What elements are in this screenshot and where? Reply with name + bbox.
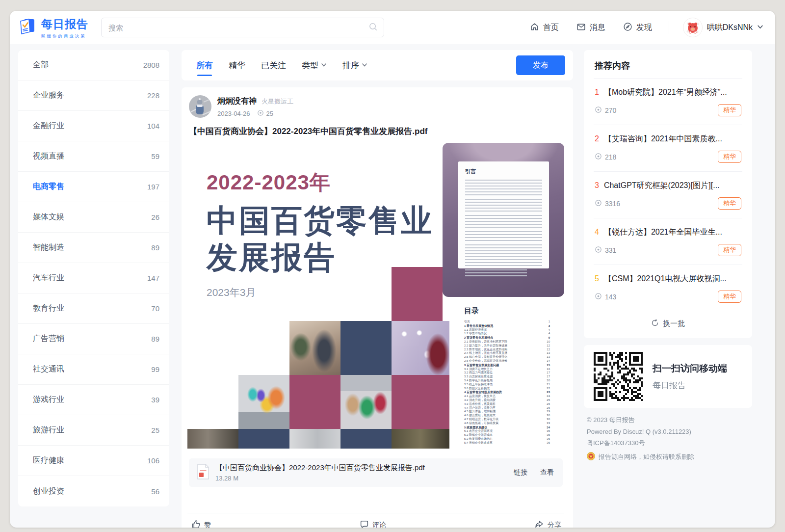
toc-entry-page: 14 — [542, 359, 550, 363]
sidebar-item-媒体文娱[interactable]: 媒体文娱26 — [18, 202, 169, 233]
toc-entry-title: 4.6 整合重组，规模做大 — [464, 414, 496, 418]
views-icon — [595, 153, 602, 161]
recommend-item: 2【艾瑞咨询】2021年中国素质教...218精华 — [594, 125, 742, 172]
post-divider — [187, 513, 564, 513]
nav-home[interactable]: 首页 — [530, 22, 559, 33]
sidebar-item-智能制造[interactable]: 智能制造89 — [18, 233, 169, 263]
attachment-name[interactable]: 【中国百货商业协会】2022-2023年中国百货零售业发展报告.pdf — [215, 463, 425, 473]
toc-entry-page: 36 — [542, 437, 550, 441]
qr-caption: 扫一扫访问移动端 — [653, 362, 727, 375]
attachment-link-button[interactable]: 链接 — [514, 468, 527, 477]
attachment-row[interactable]: 【中国百货商业协会】2022-2023年中国百货零售业发展报告.pdf 13.2… — [189, 458, 563, 487]
sidebar-item-广告营销[interactable]: 广告营销89 — [18, 324, 169, 354]
recommend-item-title[interactable]: 【艾瑞咨询】2021年中国素质教... — [604, 134, 722, 144]
nav-messages[interactable]: 消息 — [576, 22, 605, 33]
sidebar-item-游戏行业[interactable]: 游戏行业39 — [18, 385, 169, 415]
publish-button[interactable]: 发布 — [516, 55, 565, 75]
sidebar-item-教育行业[interactable]: 教育行业70 — [18, 293, 169, 324]
site-logo[interactable]: 每日报告 赋能你的商业决策 — [18, 17, 88, 39]
toc-entry-page: 3 — [542, 324, 550, 328]
essence-badge: 精华 — [718, 151, 741, 163]
toc-row: 3.3 自营探索任重道远17 — [464, 375, 550, 379]
refresh-label: 换一批 — [663, 319, 685, 328]
post-title[interactable]: 【中国百货商业协会】2022-2023年中国百货零售业发展报告.pdf — [187, 126, 564, 137]
tab-精华[interactable]: 精华 — [229, 50, 245, 80]
tab-所有[interactable]: 所有 — [196, 50, 213, 80]
cover-photo-hand — [392, 321, 449, 375]
toc-entry-page: 12 — [542, 344, 550, 348]
action-label: 评论 — [372, 521, 386, 528]
sidebar-item-旅游行业[interactable]: 旅游行业25 — [18, 415, 169, 446]
toc-entry-page: 13 — [542, 355, 550, 359]
toc-entry-page: 23 — [542, 391, 550, 395]
tab-已关注[interactable]: 已关注 — [261, 50, 286, 80]
refresh-batch-button[interactable]: 换一批 — [594, 311, 742, 331]
toc-row: 2.5 核心会员，贡献提升价值强化13 — [464, 355, 550, 359]
nav-discover[interactable]: 发现 — [623, 22, 652, 33]
category-count: 56 — [151, 487, 159, 496]
category-label: 教育行业 — [33, 303, 64, 314]
toc-row: 4.5 提升体验，增加粘性29 — [464, 410, 550, 414]
toc-entry-title: 3.3 自营探索任重道远 — [464, 375, 493, 379]
sidebar-item-金融行业[interactable]: 金融行业104 — [18, 111, 169, 141]
recommend-item: 1【Mob研究院】2021年“男颜经济”...270精华 — [594, 79, 742, 125]
sidebar-item-视频直播[interactable]: 视频直播59 — [18, 141, 169, 172]
author-name[interactable]: 炯炯没有神 — [217, 96, 257, 106]
pdf-file-icon — [197, 464, 209, 481]
author-badge: 火星搬运工 — [262, 97, 293, 106]
toc-row: 4 百货零售业转型及发展趋势23 — [464, 391, 550, 395]
recommend-views: 143 — [595, 293, 616, 301]
toc-entry-page: 36 — [542, 441, 550, 445]
toc-row: 4.3 追求价值，惠及顾客26 — [464, 402, 550, 406]
toc-row: 引言1 — [464, 320, 550, 324]
recommend-item-title[interactable]: 【Mob研究院】2021年“男颜经济”... — [604, 87, 727, 98]
tab-排序[interactable]: 排序 — [342, 50, 367, 80]
sidebar-item-社交通讯[interactable]: 社交通讯99 — [18, 354, 169, 385]
user-menu[interactable]: 哄哄DKsNNk — [683, 18, 763, 37]
essence-badge: 精华 — [718, 244, 741, 256]
recommend-item-title[interactable]: 【锐仕方达】2021年全国毕业生... — [604, 227, 722, 238]
qr-code — [594, 352, 643, 401]
action-评论[interactable]: 评论 — [360, 520, 386, 528]
search-input[interactable] — [108, 24, 368, 32]
toc-entry-page: 20 — [542, 379, 550, 383]
toc-entry-title: 2.4 线上增强，强化小程序及直播 — [464, 351, 507, 355]
sidebar-item-医疗健康[interactable]: 医疗健康106 — [18, 446, 169, 476]
sidebar-item-汽车行业[interactable]: 汽车行业147 — [18, 263, 169, 293]
toc-entry-page: 17 — [542, 375, 550, 379]
sidebar-item-企业服务[interactable]: 企业服务228 — [18, 80, 169, 111]
toc-entry-page: 10 — [542, 340, 550, 344]
toc-entry-title: 3.5 线上平台持续冲击 — [464, 383, 493, 387]
toc-entry-title: 1.2 零售市场情况 — [464, 332, 487, 336]
toc-entry-title: 1 零售业发展整体情况 — [464, 324, 493, 328]
site-title: 每日报告 — [41, 17, 88, 32]
action-分享[interactable]: 分享 — [535, 520, 561, 528]
recommend-item-title[interactable]: 【CSM】2021Q1电视大屏收视洞... — [604, 274, 727, 284]
toc-entry-title: 4.3 追求价值，惠及顾客 — [464, 402, 496, 406]
action-赞[interactable]: 赞 — [191, 520, 211, 528]
footer-disclaimer: 报告源自网络，如侵权请联系删除 — [599, 452, 694, 461]
cover-photo-store — [289, 321, 340, 375]
attachment-view-button[interactable]: 查看 — [540, 468, 554, 477]
tab-类型[interactable]: 类型 — [302, 50, 327, 80]
toc-entry-page: 22 — [542, 387, 550, 391]
action-label: 赞 — [204, 521, 211, 528]
sidebar-item-电商零售[interactable]: 电商零售197 — [18, 172, 169, 202]
recommend-item-title[interactable]: ChatGPT研究框架(2023)[图片][... — [604, 181, 720, 191]
search-box[interactable] — [101, 18, 384, 37]
cover-intro-page: 引言 — [458, 161, 549, 268]
views-icon — [595, 246, 602, 255]
toc-row: 4.7 精细运营，数字化升级30 — [464, 418, 550, 422]
toc-entry-page: 12 — [542, 348, 550, 352]
sidebar-item-全部[interactable]: 全部2808 — [18, 50, 169, 80]
toc-entry-title: 2.6 企业分化，高端百货保持增长 — [464, 359, 507, 363]
footer-icp[interactable]: 粤ICP备14037330号 — [587, 439, 752, 448]
user-name: 哄哄DKsNNk — [707, 23, 753, 33]
tab-label: 已关注 — [261, 60, 286, 71]
logo-book-icon — [18, 17, 37, 38]
toc-entry-page: 26 — [542, 402, 550, 406]
author-avatar[interactable] — [189, 95, 211, 118]
toc-row: 5.2 降低企业运营成本35 — [464, 433, 550, 437]
sidebar-item-创业投资[interactable]: 创业投资56 — [18, 476, 169, 506]
cover-block-maroon — [289, 375, 340, 429]
